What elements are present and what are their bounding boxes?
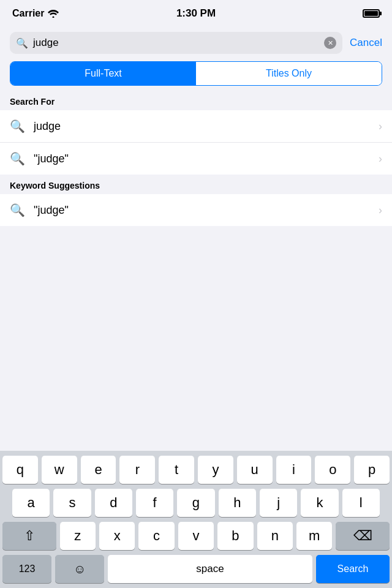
key-j[interactable]: j xyxy=(260,489,297,517)
key-m[interactable]: m xyxy=(296,522,332,550)
search-input-wrap[interactable]: 🔍 judge xyxy=(10,32,342,54)
wifi-icon xyxy=(48,10,59,18)
status-bar: Carrier 1:30 PM xyxy=(0,0,392,27)
delete-key[interactable]: ⌫ xyxy=(336,522,390,550)
full-text-tab[interactable]: Full-Text xyxy=(10,62,196,85)
key-w[interactable]: w xyxy=(42,456,77,484)
clear-button[interactable] xyxy=(324,37,336,49)
key-s[interactable]: s xyxy=(53,489,91,517)
key-n[interactable]: n xyxy=(257,522,293,550)
key-t[interactable]: t xyxy=(159,456,194,484)
keyboard: q w e r t y u i o p a s d f g h j k l ⇧ … xyxy=(0,451,392,588)
search-icon-row3: 🔍 xyxy=(10,203,25,217)
chevron-icon-2: › xyxy=(379,153,382,165)
key-c[interactable]: c xyxy=(138,522,174,550)
result-text-3: "judge" xyxy=(34,204,370,217)
key-f[interactable]: f xyxy=(136,489,173,517)
carrier-label: Carrier xyxy=(12,8,44,19)
key-o[interactable]: o xyxy=(315,456,350,484)
segmented-control: Full-Text Titles Only xyxy=(10,61,382,86)
result-row-2[interactable]: 🔍 "judge" › xyxy=(0,143,392,175)
search-icon-row1: 🔍 xyxy=(10,119,25,134)
key-k[interactable]: k xyxy=(301,489,338,517)
cancel-button[interactable]: Cancel xyxy=(350,37,382,49)
key-r[interactable]: r xyxy=(119,456,155,484)
key-g[interactable]: g xyxy=(177,489,214,517)
result-text-1: judge xyxy=(34,120,370,133)
search-icon: 🔍 xyxy=(16,37,28,49)
key-z[interactable]: z xyxy=(60,522,96,550)
result-row-3[interactable]: 🔍 "judge" › xyxy=(0,194,392,226)
search-key[interactable]: Search xyxy=(316,555,390,583)
svg-point-0 xyxy=(53,16,55,18)
key-l[interactable]: l xyxy=(342,489,380,517)
key-a[interactable]: a xyxy=(12,489,50,517)
key-x[interactable]: x xyxy=(99,522,135,550)
key-row-2: a s d f g h j k l xyxy=(0,484,392,517)
status-time: 1:30 PM xyxy=(176,7,216,20)
titles-only-tab[interactable]: Titles Only xyxy=(196,62,382,85)
result-row[interactable]: 🔍 judge › xyxy=(0,110,392,143)
carrier-info: Carrier xyxy=(12,8,59,19)
key-q[interactable]: q xyxy=(2,456,38,484)
search-for-list: 🔍 judge › 🔍 "judge" › xyxy=(0,110,392,175)
key-b[interactable]: b xyxy=(217,522,253,550)
key-i[interactable]: i xyxy=(276,456,312,484)
key-row-bottom: 123 ☺ space Search xyxy=(0,550,392,588)
key-p[interactable]: p xyxy=(354,456,390,484)
key-h[interactable]: h xyxy=(219,489,256,517)
search-bar: 🔍 judge Cancel xyxy=(0,27,392,59)
key-e[interactable]: e xyxy=(81,456,116,484)
search-icon-row2: 🔍 xyxy=(10,151,25,166)
key-row-1: q w e r t y u i o p xyxy=(0,451,392,484)
key-row-3: ⇧ z x c v b n m ⌫ xyxy=(0,517,392,550)
chevron-icon-1: › xyxy=(379,120,382,133)
shift-key[interactable]: ⇧ xyxy=(2,522,56,550)
key-y[interactable]: y xyxy=(198,456,233,484)
keyword-suggestions-list: 🔍 "judge" › xyxy=(0,194,392,226)
emoji-key[interactable]: ☺ xyxy=(55,555,104,583)
search-query[interactable]: judge xyxy=(33,37,319,49)
chevron-icon-3: › xyxy=(379,204,382,217)
key-v[interactable]: v xyxy=(178,522,214,550)
status-right xyxy=(363,9,380,18)
numbers-key[interactable]: 123 xyxy=(2,555,51,583)
space-key[interactable]: space xyxy=(108,555,312,583)
result-text-2: "judge" xyxy=(34,153,370,165)
keyword-suggestions-header: Keyword Suggestions xyxy=(0,175,392,194)
key-u[interactable]: u xyxy=(237,456,273,484)
key-d[interactable]: d xyxy=(95,489,132,517)
search-for-header: Search For xyxy=(0,91,392,110)
battery-icon xyxy=(363,9,380,18)
